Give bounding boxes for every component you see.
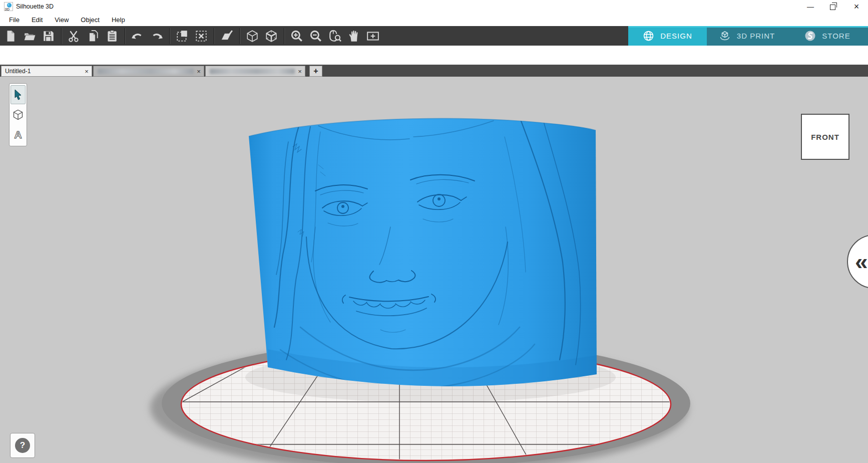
selection-box-icon: [176, 30, 189, 43]
print-bed-icon: [719, 30, 731, 42]
menu-bar: File Edit View Object Help: [0, 13, 868, 26]
scissors-icon: [68, 30, 81, 43]
toolbar-separator: [125, 28, 125, 44]
cursor-icon: [13, 89, 24, 101]
toolbar-separator: [284, 28, 284, 44]
view-solid-button[interactable]: [262, 28, 281, 45]
restore-icon: [830, 5, 835, 10]
redacted-tab-label: [98, 69, 194, 74]
text-tool-button[interactable]: A: [11, 125, 26, 144]
minimize-icon: —: [807, 3, 814, 11]
svg-text:A: A: [14, 129, 22, 140]
select-duplicate-button[interactable]: [173, 28, 192, 45]
help-icon: ?: [15, 438, 30, 453]
mode-tab-store[interactable]: STORE: [787, 26, 868, 46]
zoom-selection-button[interactable]: [325, 28, 344, 45]
mode-tab-bar: DESIGN 3D PRINT STORE: [628, 26, 868, 46]
toolbar-separator: [239, 28, 240, 44]
menu-edit[interactable]: Edit: [26, 16, 49, 24]
emboss-plane-icon: [220, 30, 233, 43]
zoom-out-icon: [309, 30, 322, 43]
mode-tab-label: STORE: [822, 32, 850, 40]
mode-tab-label: DESIGN: [660, 32, 692, 40]
menu-object[interactable]: Object: [75, 16, 106, 24]
wireframe-cube-icon: [246, 30, 259, 43]
app-icon: 3D: [4, 2, 13, 11]
document-tab-label: Untitled-1: [2, 68, 82, 75]
new-file-button[interactable]: [1, 28, 20, 45]
close-tab-icon[interactable]: ×: [82, 68, 92, 75]
new-file-icon: [4, 30, 17, 43]
mode-tab-label: 3D PRINT: [737, 32, 775, 40]
open-file-button[interactable]: [20, 28, 39, 45]
store-logo-icon: [804, 30, 816, 42]
toolbar-separator: [214, 28, 214, 44]
undo-button[interactable]: [128, 28, 147, 45]
redo-button[interactable]: [147, 28, 166, 45]
title-bar: 3D Silhouette 3D — ×: [0, 0, 868, 13]
model-body[interactable]: [249, 118, 597, 386]
close-icon: ×: [854, 2, 859, 12]
deselect-icon: [195, 30, 208, 43]
emboss-button[interactable]: [217, 28, 236, 45]
document-tab-bar: Untitled-1 × × × +: [0, 65, 868, 77]
cut-button[interactable]: [65, 28, 84, 45]
menu-help[interactable]: Help: [106, 16, 131, 24]
shape-tool-button[interactable]: [11, 105, 26, 124]
lithophane-model[interactable]: [249, 118, 597, 389]
pan-button[interactable]: [344, 28, 363, 45]
cube-icon: [12, 109, 24, 121]
zoom-selection-icon: [328, 30, 341, 43]
globe-icon: [643, 30, 654, 42]
undo-icon: [131, 30, 144, 43]
close-tab-icon[interactable]: ×: [194, 68, 204, 75]
3d-scene[interactable]: [0, 77, 868, 463]
chevron-left-double-icon: «: [855, 250, 868, 273]
minimize-button[interactable]: —: [799, 0, 822, 13]
close-tab-icon[interactable]: ×: [295, 68, 305, 75]
add-tab-button[interactable]: +: [309, 66, 322, 77]
menu-file[interactable]: File: [3, 16, 26, 24]
clipboard-icon: [106, 30, 119, 43]
text-tool-icon: A: [12, 128, 24, 141]
hand-icon: [347, 30, 360, 43]
zoom-out-button[interactable]: [306, 28, 325, 45]
paste-button[interactable]: [103, 28, 122, 45]
window-title: Silhouette 3D: [16, 3, 54, 10]
open-folder-icon: [23, 30, 36, 43]
redacted-tab-label: [210, 69, 295, 74]
toolbar-gap: [0, 46, 868, 65]
select-tool-button[interactable]: [11, 85, 26, 104]
copy-icon: [87, 30, 100, 43]
save-icon: [42, 30, 55, 43]
document-tab-redacted[interactable]: ×: [205, 66, 305, 77]
restore-button[interactable]: [822, 0, 845, 13]
close-button[interactable]: ×: [845, 0, 868, 13]
toolbar-separator: [169, 28, 170, 44]
add-tab-icon: +: [313, 67, 318, 76]
document-tab-untitled[interactable]: Untitled-1 ×: [1, 66, 92, 77]
toolbar-separator: [61, 28, 62, 44]
solid-cube-icon: [265, 30, 278, 43]
copy-button[interactable]: [84, 28, 103, 45]
redo-icon: [150, 30, 163, 43]
save-button[interactable]: [39, 28, 58, 45]
viewport-canvas[interactable]: A FRONT « ?: [0, 77, 868, 463]
zoom-in-button[interactable]: [287, 28, 306, 45]
zoom-in-icon: [290, 30, 303, 43]
svg-text:3D: 3D: [5, 7, 10, 12]
document-tab-redacted[interactable]: ×: [93, 66, 204, 77]
mode-tab-design[interactable]: DESIGN: [628, 26, 707, 46]
view-orientation-indicator[interactable]: FRONT: [801, 114, 849, 160]
fit-view-icon: [366, 30, 379, 43]
menu-view[interactable]: View: [49, 16, 75, 24]
orientation-label: FRONT: [811, 133, 839, 141]
fit-to-view-button[interactable]: [363, 28, 382, 45]
mode-tab-3d-print[interactable]: 3D PRINT: [707, 26, 787, 46]
view-wireframe-button[interactable]: [243, 28, 262, 45]
tool-palette: A: [9, 83, 27, 146]
help-button[interactable]: ?: [10, 433, 35, 458]
deselect-button[interactable]: [192, 28, 211, 45]
main-toolbar: DESIGN 3D PRINT STORE: [0, 26, 868, 46]
